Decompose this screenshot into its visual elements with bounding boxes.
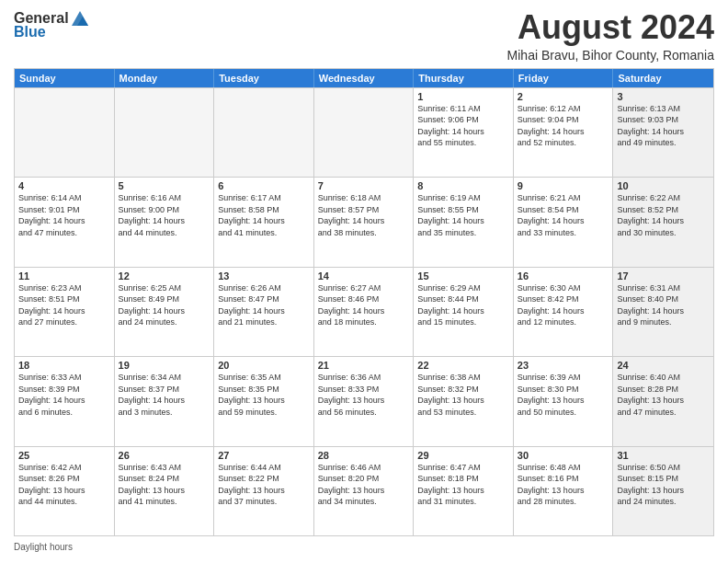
cal-cell-r1-c0: 4Sunrise: 6:14 AM Sunset: 9:01 PM Daylig…: [15, 178, 115, 266]
cal-cell-r3-c1: 19Sunrise: 6:34 AM Sunset: 8:37 PM Dayli…: [115, 357, 215, 445]
cal-cell-r2-c1: 12Sunrise: 6:25 AM Sunset: 8:49 PM Dayli…: [115, 268, 215, 356]
cell-info: Sunrise: 6:36 AM Sunset: 8:33 PM Dayligh…: [318, 372, 410, 418]
cal-cell-r1-c5: 9Sunrise: 6:21 AM Sunset: 8:54 PM Daylig…: [514, 178, 614, 266]
cell-info: Sunrise: 6:19 AM Sunset: 8:55 PM Dayligh…: [417, 192, 509, 238]
cell-info: Sunrise: 6:43 AM Sunset: 8:24 PM Dayligh…: [119, 462, 210, 508]
header-sunday: Sunday: [15, 69, 115, 87]
day-number: 26: [119, 450, 210, 461]
cal-cell-r3-c2: 20Sunrise: 6:35 AM Sunset: 8:35 PM Dayli…: [214, 357, 314, 445]
cal-cell-r0-c4: 1Sunrise: 6:11 AM Sunset: 9:06 PM Daylig…: [414, 88, 514, 177]
cell-info: Sunrise: 6:26 AM Sunset: 8:47 PM Dayligh…: [218, 282, 310, 328]
day-number: 20: [218, 360, 310, 371]
cal-cell-r3-c6: 24Sunrise: 6:40 AM Sunset: 8:28 PM Dayli…: [613, 357, 713, 445]
day-number: 23: [518, 360, 609, 371]
cal-cell-r1-c6: 10Sunrise: 6:22 AM Sunset: 8:52 PM Dayli…: [613, 178, 713, 266]
header-saturday: Saturday: [613, 69, 713, 87]
calendar: Sunday Monday Tuesday Wednesday Thursday…: [14, 68, 714, 536]
cell-info: Sunrise: 6:39 AM Sunset: 8:30 PM Dayligh…: [518, 372, 609, 418]
cal-row-0: 1Sunrise: 6:11 AM Sunset: 9:06 PM Daylig…: [15, 87, 713, 177]
day-number: 25: [18, 450, 110, 461]
cal-cell-r1-c4: 8Sunrise: 6:19 AM Sunset: 8:55 PM Daylig…: [414, 178, 514, 266]
cal-cell-r4-c4: 29Sunrise: 6:47 AM Sunset: 8:18 PM Dayli…: [414, 447, 514, 535]
cell-info: Sunrise: 6:34 AM Sunset: 8:37 PM Dayligh…: [119, 372, 210, 418]
cell-info: Sunrise: 6:17 AM Sunset: 8:58 PM Dayligh…: [218, 192, 310, 238]
cell-info: Sunrise: 6:33 AM Sunset: 8:39 PM Dayligh…: [18, 372, 110, 418]
day-number: 27: [218, 450, 310, 461]
calendar-header: Sunday Monday Tuesday Wednesday Thursday…: [15, 69, 713, 87]
cell-info: Sunrise: 6:21 AM Sunset: 8:54 PM Dayligh…: [518, 192, 609, 238]
logo-blue: Blue: [14, 24, 46, 40]
day-number: 21: [318, 360, 410, 371]
cell-info: Sunrise: 6:27 AM Sunset: 8:46 PM Dayligh…: [318, 282, 410, 328]
day-number: 6: [218, 180, 310, 191]
day-number: 9: [518, 180, 609, 191]
day-number: 8: [417, 180, 509, 191]
day-number: 1: [417, 91, 509, 102]
cal-cell-r4-c3: 28Sunrise: 6:46 AM Sunset: 8:20 PM Dayli…: [314, 447, 415, 535]
header-tuesday: Tuesday: [214, 69, 314, 87]
cell-info: Sunrise: 6:22 AM Sunset: 8:52 PM Dayligh…: [617, 192, 710, 238]
main-title: August 2024: [507, 9, 714, 46]
cal-cell-r2-c4: 15Sunrise: 6:29 AM Sunset: 8:44 PM Dayli…: [414, 268, 514, 356]
cal-cell-r2-c2: 13Sunrise: 6:26 AM Sunset: 8:47 PM Dayli…: [214, 268, 314, 356]
cal-row-1: 4Sunrise: 6:14 AM Sunset: 9:01 PM Daylig…: [15, 177, 713, 266]
day-number: 16: [518, 270, 609, 282]
cell-info: Sunrise: 6:30 AM Sunset: 8:42 PM Dayligh…: [518, 282, 609, 328]
cell-info: Sunrise: 6:16 AM Sunset: 9:00 PM Dayligh…: [119, 192, 210, 238]
cal-cell-r4-c6: 31Sunrise: 6:50 AM Sunset: 8:15 PM Dayli…: [613, 447, 713, 535]
page: General Blue August 2024 Mihai Bravu, Bi…: [0, 0, 728, 563]
cal-cell-r3-c0: 18Sunrise: 6:33 AM Sunset: 8:39 PM Dayli…: [15, 357, 115, 445]
cell-info: Sunrise: 6:42 AM Sunset: 8:26 PM Dayligh…: [18, 462, 110, 508]
cell-info: Sunrise: 6:50 AM Sunset: 8:15 PM Dayligh…: [617, 462, 710, 508]
cal-cell-r3-c4: 22Sunrise: 6:38 AM Sunset: 8:32 PM Dayli…: [414, 357, 514, 445]
logo: General Blue: [14, 9, 91, 40]
day-number: 22: [417, 360, 509, 371]
cal-cell-r4-c1: 26Sunrise: 6:43 AM Sunset: 8:24 PM Dayli…: [115, 447, 215, 535]
cal-cell-r2-c6: 17Sunrise: 6:31 AM Sunset: 8:40 PM Dayli…: [613, 268, 713, 356]
cell-info: Sunrise: 6:23 AM Sunset: 8:51 PM Dayligh…: [18, 282, 110, 328]
cal-cell-r1-c2: 6Sunrise: 6:17 AM Sunset: 8:58 PM Daylig…: [214, 178, 314, 266]
cell-info: Sunrise: 6:46 AM Sunset: 8:20 PM Dayligh…: [318, 462, 410, 508]
cal-cell-r0-c3: [314, 88, 415, 177]
cal-cell-r0-c2: [214, 88, 314, 177]
day-number: 2: [518, 91, 609, 102]
cell-info: Sunrise: 6:31 AM Sunset: 8:40 PM Dayligh…: [617, 282, 710, 328]
day-number: 31: [617, 450, 710, 461]
day-number: 18: [18, 360, 110, 371]
day-number: 14: [318, 270, 410, 282]
header-monday: Monday: [115, 69, 215, 87]
cal-cell-r4-c5: 30Sunrise: 6:48 AM Sunset: 8:16 PM Dayli…: [514, 447, 614, 535]
cell-info: Sunrise: 6:44 AM Sunset: 8:22 PM Dayligh…: [218, 462, 310, 508]
cal-cell-r4-c0: 25Sunrise: 6:42 AM Sunset: 8:26 PM Dayli…: [15, 447, 115, 535]
cal-cell-r3-c3: 21Sunrise: 6:36 AM Sunset: 8:33 PM Dayli…: [314, 357, 415, 445]
cal-cell-r2-c5: 16Sunrise: 6:30 AM Sunset: 8:42 PM Dayli…: [514, 268, 614, 356]
header-wednesday: Wednesday: [314, 69, 415, 87]
cal-row-3: 18Sunrise: 6:33 AM Sunset: 8:39 PM Dayli…: [15, 356, 713, 445]
cal-cell-r3-c5: 23Sunrise: 6:39 AM Sunset: 8:30 PM Dayli…: [514, 357, 614, 445]
cell-info: Sunrise: 6:38 AM Sunset: 8:32 PM Dayligh…: [417, 372, 509, 418]
cal-cell-r0-c5: 2Sunrise: 6:12 AM Sunset: 9:04 PM Daylig…: [514, 88, 614, 177]
cell-info: Sunrise: 6:12 AM Sunset: 9:04 PM Dayligh…: [518, 103, 609, 149]
header-thursday: Thursday: [414, 69, 514, 87]
day-number: 10: [617, 180, 710, 191]
day-number: 24: [617, 360, 710, 371]
cell-info: Sunrise: 6:48 AM Sunset: 8:16 PM Dayligh…: [518, 462, 609, 508]
cell-info: Sunrise: 6:11 AM Sunset: 9:06 PM Dayligh…: [417, 103, 509, 149]
cell-info: Sunrise: 6:14 AM Sunset: 9:01 PM Dayligh…: [18, 192, 110, 238]
cell-info: Sunrise: 6:18 AM Sunset: 8:57 PM Dayligh…: [318, 192, 410, 238]
cal-cell-r0-c6: 3Sunrise: 6:13 AM Sunset: 9:03 PM Daylig…: [613, 88, 713, 177]
cal-row-4: 25Sunrise: 6:42 AM Sunset: 8:26 PM Dayli…: [15, 446, 713, 535]
day-number: 19: [119, 360, 210, 371]
cell-info: Sunrise: 6:29 AM Sunset: 8:44 PM Dayligh…: [417, 282, 509, 328]
cell-info: Sunrise: 6:35 AM Sunset: 8:35 PM Dayligh…: [218, 372, 310, 418]
cal-cell-r4-c2: 27Sunrise: 6:44 AM Sunset: 8:22 PM Dayli…: [214, 447, 314, 535]
cal-cell-r2-c3: 14Sunrise: 6:27 AM Sunset: 8:46 PM Dayli…: [314, 268, 415, 356]
cal-row-2: 11Sunrise: 6:23 AM Sunset: 8:51 PM Dayli…: [15, 267, 713, 356]
day-number: 29: [417, 450, 509, 461]
calendar-body: 1Sunrise: 6:11 AM Sunset: 9:06 PM Daylig…: [15, 87, 713, 535]
cal-cell-r0-c1: [115, 88, 215, 177]
subtitle: Mihai Bravu, Bihor County, Romania: [507, 48, 714, 63]
cal-cell-r1-c3: 7Sunrise: 6:18 AM Sunset: 8:57 PM Daylig…: [314, 178, 415, 266]
cell-info: Sunrise: 6:47 AM Sunset: 8:18 PM Dayligh…: [417, 462, 509, 508]
cal-cell-r0-c0: [15, 88, 115, 177]
